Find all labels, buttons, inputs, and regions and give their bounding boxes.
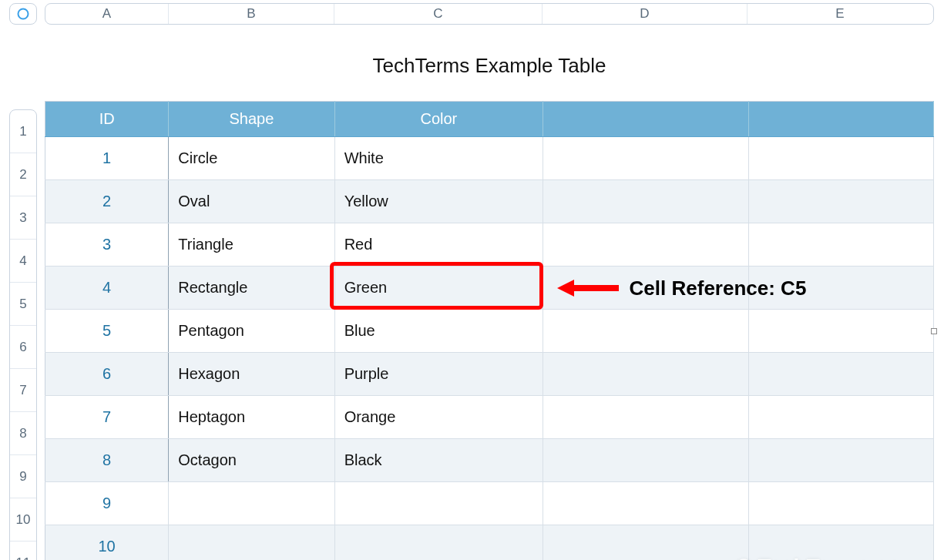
cell[interactable] xyxy=(543,353,748,396)
cell[interactable] xyxy=(748,223,933,267)
cell[interactable] xyxy=(334,482,543,525)
cell[interactable]: 2 xyxy=(45,180,169,223)
table-row[interactable]: 5PentagonBlue xyxy=(45,310,934,353)
row-header-5[interactable]: 5 xyxy=(10,283,36,326)
cell[interactable] xyxy=(748,267,933,310)
row-header-11[interactable]: 11 xyxy=(10,542,36,560)
row-header-strip[interactable]: 1234567891011 xyxy=(9,109,37,560)
cell[interactable]: Octagon xyxy=(169,439,334,482)
table-header-shape[interactable]: Shape xyxy=(169,102,334,137)
row-header-3[interactable]: 3 xyxy=(10,196,36,240)
table-header-empty[interactable] xyxy=(748,102,933,137)
table-header-empty[interactable] xyxy=(543,102,748,137)
row-header-10[interactable]: 10 xyxy=(10,498,36,542)
row-header-7[interactable]: 7 xyxy=(10,369,36,412)
table-row[interactable]: 9 xyxy=(45,482,934,525)
cell[interactable] xyxy=(543,439,748,482)
column-header-C[interactable]: C xyxy=(334,4,543,24)
cell[interactable]: 8 xyxy=(45,439,169,482)
cell[interactable]: 6 xyxy=(45,353,169,396)
table-header-id[interactable]: ID xyxy=(45,102,169,137)
cell[interactable]: 10 xyxy=(45,525,169,561)
row-header-4[interactable]: 4 xyxy=(10,240,36,283)
cell[interactable] xyxy=(543,137,748,180)
table-row[interactable]: 7HeptagonOrange xyxy=(45,396,934,439)
column-header-D[interactable]: D xyxy=(543,4,747,24)
row-header-9[interactable]: 9 xyxy=(10,455,36,498)
cell[interactable]: White xyxy=(334,137,543,180)
cell[interactable] xyxy=(169,525,334,561)
cell[interactable]: 3 xyxy=(45,223,169,267)
cell[interactable]: Pentagon xyxy=(169,310,334,353)
selection-handle[interactable] xyxy=(931,328,937,334)
svg-point-0 xyxy=(18,9,29,19)
table-header-color[interactable]: Color xyxy=(334,102,543,137)
row-header-8[interactable]: 8 xyxy=(10,412,36,455)
cell[interactable]: Green xyxy=(334,267,543,310)
cell[interactable]: 5 xyxy=(45,310,169,353)
cell[interactable] xyxy=(543,267,748,310)
select-all-corner[interactable] xyxy=(9,3,37,25)
cell[interactable]: Circle xyxy=(169,137,334,180)
data-table[interactable]: IDShapeColor1CircleWhite2OvalYellow3Tria… xyxy=(45,101,934,560)
table-row[interactable]: 2OvalYellow xyxy=(45,180,934,223)
cell[interactable]: Purple xyxy=(334,353,543,396)
table-row[interactable]: 3TriangleRed xyxy=(45,223,934,267)
cell[interactable] xyxy=(543,180,748,223)
cell[interactable] xyxy=(748,310,933,353)
cell[interactable] xyxy=(748,396,933,439)
spreadsheet-grid[interactable]: TechTerms Example Table IDShapeColor1Cir… xyxy=(45,32,934,560)
row-header-2[interactable]: 2 xyxy=(10,153,36,196)
cell[interactable] xyxy=(543,396,748,439)
cell[interactable] xyxy=(748,482,933,525)
cell[interactable]: 4 xyxy=(45,267,169,310)
cell[interactable] xyxy=(543,525,748,561)
column-header-E[interactable]: E xyxy=(747,4,932,24)
cell[interactable]: Orange xyxy=(334,396,543,439)
cell[interactable]: Rectangle xyxy=(169,267,334,310)
cell[interactable] xyxy=(543,482,748,525)
cell[interactable]: Red xyxy=(334,223,543,267)
cell[interactable]: 1 xyxy=(45,137,169,180)
cell[interactable]: 7 xyxy=(45,396,169,439)
cell[interactable] xyxy=(543,223,748,267)
cell[interactable] xyxy=(748,137,933,180)
cell[interactable] xyxy=(748,180,933,223)
cell[interactable]: Oval xyxy=(169,180,334,223)
cell[interactable] xyxy=(334,525,543,561)
row-header-6[interactable]: 6 xyxy=(10,326,36,369)
table-row[interactable]: 4RectangleGreen xyxy=(45,267,934,310)
table-title: TechTerms Example Table xyxy=(45,32,934,101)
cell[interactable]: 9 xyxy=(45,482,169,525)
row-header-1[interactable]: 1 xyxy=(10,110,36,153)
cell[interactable]: Hexagon xyxy=(169,353,334,396)
cell[interactable] xyxy=(543,310,748,353)
column-header-strip[interactable]: ABCDE xyxy=(45,3,934,25)
column-header-B[interactable]: B xyxy=(169,4,334,24)
cell[interactable] xyxy=(748,353,933,396)
circle-icon xyxy=(16,7,30,21)
watermark: © TechTerms.com xyxy=(736,555,920,560)
cell[interactable] xyxy=(169,482,334,525)
cell[interactable]: Blue xyxy=(334,310,543,353)
cell[interactable]: Black xyxy=(334,439,543,482)
cell[interactable]: Triangle xyxy=(169,223,334,267)
table-row[interactable]: 6HexagonPurple xyxy=(45,353,934,396)
cell[interactable]: Heptagon xyxy=(169,396,334,439)
table-row[interactable]: 8OctagonBlack xyxy=(45,439,934,482)
cell[interactable] xyxy=(748,439,933,482)
column-header-A[interactable]: A xyxy=(45,4,169,24)
table-row[interactable]: 1CircleWhite xyxy=(45,137,934,180)
cell[interactable]: Yellow xyxy=(334,180,543,223)
